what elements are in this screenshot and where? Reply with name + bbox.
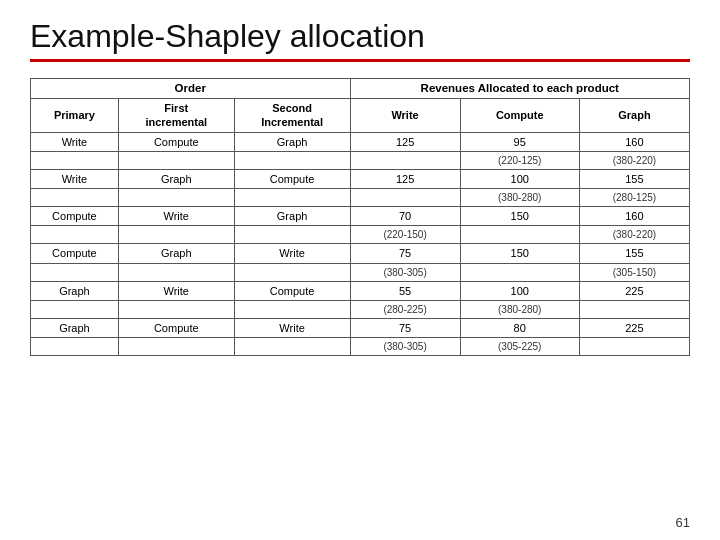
primary-cell: Graph (31, 319, 119, 338)
first-cell: Graph (118, 244, 234, 263)
sub-empty2 (118, 263, 234, 281)
sub-empty3 (234, 151, 350, 169)
sub-empty4 (579, 338, 689, 356)
table-row: Graph Compute Write 75 80 225 (31, 319, 690, 338)
second-cell: Write (234, 244, 350, 263)
primary-cell: Write (31, 132, 119, 151)
primary-cell: Graph (31, 281, 119, 300)
table-row: Write Compute Graph 125 95 160 (31, 132, 690, 151)
sub-graph: (305-150) (579, 263, 689, 281)
sub-write: (380-305) (350, 338, 460, 356)
first-cell: Graph (118, 169, 234, 188)
table-row: Compute Write Graph 70 150 160 (31, 207, 690, 226)
compute-val: 100 (460, 169, 579, 188)
compute-val: 80 (460, 319, 579, 338)
revenues-header: Revenues Allocated to each product (350, 79, 689, 99)
sub-empty3 (234, 226, 350, 244)
table-row-sub: (380-305) (305-225) (31, 338, 690, 356)
sub-empty2 (118, 189, 234, 207)
col-compute: Compute (460, 98, 579, 132)
sub-graph: (380-220) (579, 151, 689, 169)
compute-val: 95 (460, 132, 579, 151)
order-header: Order (31, 79, 351, 99)
sub-empty2 (118, 338, 234, 356)
table-wrapper: Order Revenues Allocated to each product… (30, 78, 690, 509)
second-cell: Graph (234, 207, 350, 226)
sub-empty4 (350, 151, 460, 169)
table-row-sub: (280-225) (380-280) (31, 301, 690, 319)
page-footer: 61 (30, 509, 690, 530)
col-write: Write (350, 98, 460, 132)
graph-val: 225 (579, 281, 689, 300)
graph-val: 225 (579, 319, 689, 338)
header-row-1: Order Revenues Allocated to each product (31, 79, 690, 99)
first-cell: Compute (118, 132, 234, 151)
allocation-table: Order Revenues Allocated to each product… (30, 78, 690, 356)
sub-empty2 (118, 151, 234, 169)
sub-empty1 (31, 189, 119, 207)
compute-val: 150 (460, 244, 579, 263)
sub-graph: (280-125) (579, 189, 689, 207)
primary-cell: Write (31, 169, 119, 188)
sub-empty2 (118, 301, 234, 319)
graph-val: 155 (579, 169, 689, 188)
table-row: Compute Graph Write 75 150 155 (31, 244, 690, 263)
second-cell: Write (234, 319, 350, 338)
first-cell: Write (118, 207, 234, 226)
compute-val: 150 (460, 207, 579, 226)
second-cell: Graph (234, 132, 350, 151)
table-row-sub: (220-150) (380-220) (31, 226, 690, 244)
sub-empty3 (234, 263, 350, 281)
sub-compute: (380-280) (460, 301, 579, 319)
sub-write: (220-150) (350, 226, 460, 244)
write-val: 75 (350, 319, 460, 338)
sub-write: (280-225) (350, 301, 460, 319)
write-val: 125 (350, 169, 460, 188)
sub-empty1 (31, 338, 119, 356)
sub-empty1 (31, 301, 119, 319)
write-val: 55 (350, 281, 460, 300)
col-first: Firstincremental (118, 98, 234, 132)
graph-val: 160 (579, 207, 689, 226)
page: Example-Shapley allocation Order Revenue… (0, 0, 720, 540)
second-cell: Compute (234, 281, 350, 300)
write-val: 75 (350, 244, 460, 263)
graph-val: 160 (579, 132, 689, 151)
write-val: 125 (350, 132, 460, 151)
sub-write: (380-305) (350, 263, 460, 281)
sub-compute: (305-225) (460, 338, 579, 356)
sub-compute: (380-280) (460, 189, 579, 207)
header-row-2: Primary Firstincremental SecondIncrement… (31, 98, 690, 132)
sub-empty3 (234, 301, 350, 319)
page-title: Example-Shapley allocation (30, 18, 690, 62)
first-cell: Compute (118, 319, 234, 338)
sub-empty1 (31, 151, 119, 169)
compute-val: 100 (460, 281, 579, 300)
sub-empty4 (350, 189, 460, 207)
sub-empty4 (460, 263, 579, 281)
sub-empty1 (31, 226, 119, 244)
primary-cell: Compute (31, 244, 119, 263)
sub-empty4 (579, 301, 689, 319)
write-val: 70 (350, 207, 460, 226)
table-row-sub: (380-280) (280-125) (31, 189, 690, 207)
table-row: Write Graph Compute 125 100 155 (31, 169, 690, 188)
sub-empty2 (118, 226, 234, 244)
graph-val: 155 (579, 244, 689, 263)
col-graph: Graph (579, 98, 689, 132)
sub-empty3 (234, 189, 350, 207)
sub-graph: (380-220) (579, 226, 689, 244)
table-row-sub: (380-305) (305-150) (31, 263, 690, 281)
col-second: SecondIncremental (234, 98, 350, 132)
sub-empty4 (460, 226, 579, 244)
sub-compute: (220-125) (460, 151, 579, 169)
table-row-sub: (220-125) (380-220) (31, 151, 690, 169)
page-number: 61 (676, 515, 690, 530)
sub-empty3 (234, 338, 350, 356)
primary-cell: Compute (31, 207, 119, 226)
second-cell: Compute (234, 169, 350, 188)
col-primary: Primary (31, 98, 119, 132)
first-cell: Write (118, 281, 234, 300)
sub-empty1 (31, 263, 119, 281)
table-row: Graph Write Compute 55 100 225 (31, 281, 690, 300)
